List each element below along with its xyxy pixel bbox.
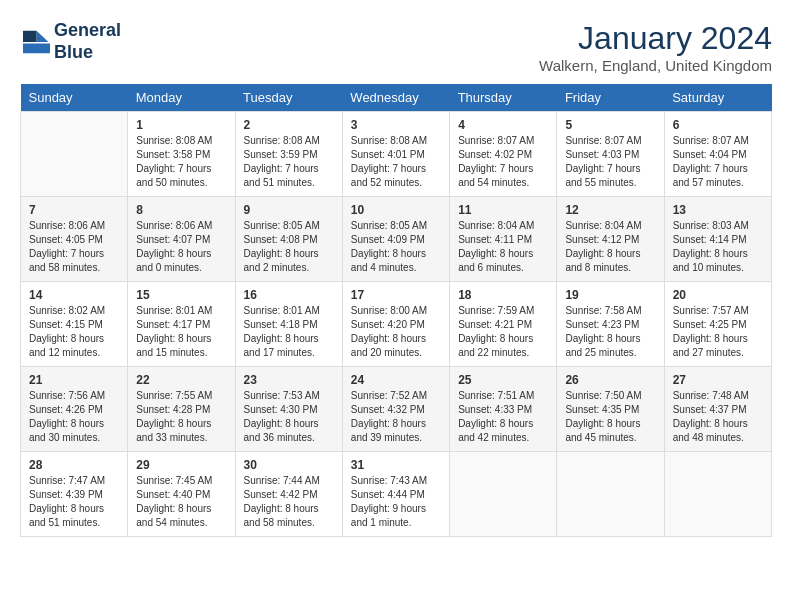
day-number: 29 xyxy=(136,458,226,472)
header-tuesday: Tuesday xyxy=(235,84,342,112)
title-block: January 2024 Walkern, England, United Ki… xyxy=(539,20,772,74)
day-number: 15 xyxy=(136,288,226,302)
week-row-5: 28 Sunrise: 7:47 AMSunset: 4:39 PMDaylig… xyxy=(21,452,772,537)
day-number: 4 xyxy=(458,118,548,132)
day-info: Sunrise: 8:00 AMSunset: 4:20 PMDaylight:… xyxy=(351,305,427,358)
week-row-3: 14 Sunrise: 8:02 AMSunset: 4:15 PMDaylig… xyxy=(21,282,772,367)
day-number: 12 xyxy=(565,203,655,217)
cell-w4-d4: 25 Sunrise: 7:51 AMSunset: 4:33 PMDaylig… xyxy=(450,367,557,452)
day-info: Sunrise: 8:04 AMSunset: 4:12 PMDaylight:… xyxy=(565,220,641,273)
day-info: Sunrise: 8:08 AMSunset: 3:59 PMDaylight:… xyxy=(244,135,320,188)
day-number: 10 xyxy=(351,203,441,217)
day-info: Sunrise: 7:50 AMSunset: 4:35 PMDaylight:… xyxy=(565,390,641,443)
header-row: SundayMondayTuesdayWednesdayThursdayFrid… xyxy=(21,84,772,112)
cell-w3-d4: 18 Sunrise: 7:59 AMSunset: 4:21 PMDaylig… xyxy=(450,282,557,367)
day-number: 6 xyxy=(673,118,763,132)
day-number: 2 xyxy=(244,118,334,132)
header-sunday: Sunday xyxy=(21,84,128,112)
day-info: Sunrise: 8:07 AMSunset: 4:03 PMDaylight:… xyxy=(565,135,641,188)
cell-w1-d3: 3 Sunrise: 8:08 AMSunset: 4:01 PMDayligh… xyxy=(342,112,449,197)
week-row-2: 7 Sunrise: 8:06 AMSunset: 4:05 PMDayligh… xyxy=(21,197,772,282)
day-info: Sunrise: 8:01 AMSunset: 4:17 PMDaylight:… xyxy=(136,305,212,358)
logo-line1: General xyxy=(54,20,121,40)
day-number: 13 xyxy=(673,203,763,217)
cell-w3-d0: 14 Sunrise: 8:02 AMSunset: 4:15 PMDaylig… xyxy=(21,282,128,367)
day-number: 27 xyxy=(673,373,763,387)
cell-w5-d4 xyxy=(450,452,557,537)
calendar-body: 1 Sunrise: 8:08 AMSunset: 3:58 PMDayligh… xyxy=(21,112,772,537)
day-number: 30 xyxy=(244,458,334,472)
day-number: 5 xyxy=(565,118,655,132)
day-info: Sunrise: 8:08 AMSunset: 3:58 PMDaylight:… xyxy=(136,135,212,188)
cell-w4-d0: 21 Sunrise: 7:56 AMSunset: 4:26 PMDaylig… xyxy=(21,367,128,452)
page-header: General Blue January 2024 Walkern, Engla… xyxy=(20,20,772,74)
cell-w2-d3: 10 Sunrise: 8:05 AMSunset: 4:09 PMDaylig… xyxy=(342,197,449,282)
cell-w5-d3: 31 Sunrise: 7:43 AMSunset: 4:44 PMDaylig… xyxy=(342,452,449,537)
day-number: 31 xyxy=(351,458,441,472)
day-info: Sunrise: 7:59 AMSunset: 4:21 PMDaylight:… xyxy=(458,305,534,358)
day-info: Sunrise: 8:06 AMSunset: 4:05 PMDaylight:… xyxy=(29,220,105,273)
cell-w5-d5 xyxy=(557,452,664,537)
day-number: 3 xyxy=(351,118,441,132)
calendar-header: SundayMondayTuesdayWednesdayThursdayFrid… xyxy=(21,84,772,112)
day-info: Sunrise: 8:07 AMSunset: 4:04 PMDaylight:… xyxy=(673,135,749,188)
cell-w2-d2: 9 Sunrise: 8:05 AMSunset: 4:08 PMDayligh… xyxy=(235,197,342,282)
day-info: Sunrise: 7:43 AMSunset: 4:44 PMDaylight:… xyxy=(351,475,427,528)
day-info: Sunrise: 8:05 AMSunset: 4:09 PMDaylight:… xyxy=(351,220,427,273)
cell-w4-d2: 23 Sunrise: 7:53 AMSunset: 4:30 PMDaylig… xyxy=(235,367,342,452)
day-info: Sunrise: 7:58 AMSunset: 4:23 PMDaylight:… xyxy=(565,305,641,358)
day-number: 14 xyxy=(29,288,119,302)
svg-rect-2 xyxy=(23,30,37,41)
cell-w1-d4: 4 Sunrise: 8:07 AMSunset: 4:02 PMDayligh… xyxy=(450,112,557,197)
cell-w2-d4: 11 Sunrise: 8:04 AMSunset: 4:11 PMDaylig… xyxy=(450,197,557,282)
cell-w3-d1: 15 Sunrise: 8:01 AMSunset: 4:17 PMDaylig… xyxy=(128,282,235,367)
day-info: Sunrise: 8:03 AMSunset: 4:14 PMDaylight:… xyxy=(673,220,749,273)
day-number: 21 xyxy=(29,373,119,387)
cell-w2-d6: 13 Sunrise: 8:03 AMSunset: 4:14 PMDaylig… xyxy=(664,197,771,282)
header-friday: Friday xyxy=(557,84,664,112)
day-info: Sunrise: 8:08 AMSunset: 4:01 PMDaylight:… xyxy=(351,135,427,188)
month-title: January 2024 xyxy=(539,20,772,57)
cell-w2-d0: 7 Sunrise: 8:06 AMSunset: 4:05 PMDayligh… xyxy=(21,197,128,282)
cell-w5-d1: 29 Sunrise: 7:45 AMSunset: 4:40 PMDaylig… xyxy=(128,452,235,537)
day-info: Sunrise: 7:44 AMSunset: 4:42 PMDaylight:… xyxy=(244,475,320,528)
cell-w2-d1: 8 Sunrise: 8:06 AMSunset: 4:07 PMDayligh… xyxy=(128,197,235,282)
cell-w3-d6: 20 Sunrise: 7:57 AMSunset: 4:25 PMDaylig… xyxy=(664,282,771,367)
cell-w3-d2: 16 Sunrise: 8:01 AMSunset: 4:18 PMDaylig… xyxy=(235,282,342,367)
day-number: 8 xyxy=(136,203,226,217)
day-number: 11 xyxy=(458,203,548,217)
day-number: 1 xyxy=(136,118,226,132)
cell-w3-d5: 19 Sunrise: 7:58 AMSunset: 4:23 PMDaylig… xyxy=(557,282,664,367)
cell-w1-d1: 1 Sunrise: 8:08 AMSunset: 3:58 PMDayligh… xyxy=(128,112,235,197)
day-info: Sunrise: 7:55 AMSunset: 4:28 PMDaylight:… xyxy=(136,390,212,443)
day-info: Sunrise: 7:51 AMSunset: 4:33 PMDaylight:… xyxy=(458,390,534,443)
day-info: Sunrise: 8:06 AMSunset: 4:07 PMDaylight:… xyxy=(136,220,212,273)
day-number: 16 xyxy=(244,288,334,302)
day-info: Sunrise: 7:56 AMSunset: 4:26 PMDaylight:… xyxy=(29,390,105,443)
day-info: Sunrise: 8:01 AMSunset: 4:18 PMDaylight:… xyxy=(244,305,320,358)
cell-w4-d6: 27 Sunrise: 7:48 AMSunset: 4:37 PMDaylig… xyxy=(664,367,771,452)
day-number: 22 xyxy=(136,373,226,387)
day-info: Sunrise: 8:07 AMSunset: 4:02 PMDaylight:… xyxy=(458,135,534,188)
logo: General Blue xyxy=(20,20,121,63)
day-info: Sunrise: 8:05 AMSunset: 4:08 PMDaylight:… xyxy=(244,220,320,273)
cell-w1-d5: 5 Sunrise: 8:07 AMSunset: 4:03 PMDayligh… xyxy=(557,112,664,197)
day-info: Sunrise: 8:02 AMSunset: 4:15 PMDaylight:… xyxy=(29,305,105,358)
day-number: 9 xyxy=(244,203,334,217)
cell-w4-d5: 26 Sunrise: 7:50 AMSunset: 4:35 PMDaylig… xyxy=(557,367,664,452)
day-info: Sunrise: 7:53 AMSunset: 4:30 PMDaylight:… xyxy=(244,390,320,443)
cell-w1-d2: 2 Sunrise: 8:08 AMSunset: 3:59 PMDayligh… xyxy=(235,112,342,197)
header-monday: Monday xyxy=(128,84,235,112)
svg-rect-3 xyxy=(23,43,50,53)
day-info: Sunrise: 7:52 AMSunset: 4:32 PMDaylight:… xyxy=(351,390,427,443)
header-thursday: Thursday xyxy=(450,84,557,112)
calendar-table: SundayMondayTuesdayWednesdayThursdayFrid… xyxy=(20,84,772,537)
cell-w5-d6 xyxy=(664,452,771,537)
week-row-4: 21 Sunrise: 7:56 AMSunset: 4:26 PMDaylig… xyxy=(21,367,772,452)
day-number: 17 xyxy=(351,288,441,302)
header-wednesday: Wednesday xyxy=(342,84,449,112)
day-number: 18 xyxy=(458,288,548,302)
week-row-1: 1 Sunrise: 8:08 AMSunset: 3:58 PMDayligh… xyxy=(21,112,772,197)
day-info: Sunrise: 7:47 AMSunset: 4:39 PMDaylight:… xyxy=(29,475,105,528)
day-number: 25 xyxy=(458,373,548,387)
